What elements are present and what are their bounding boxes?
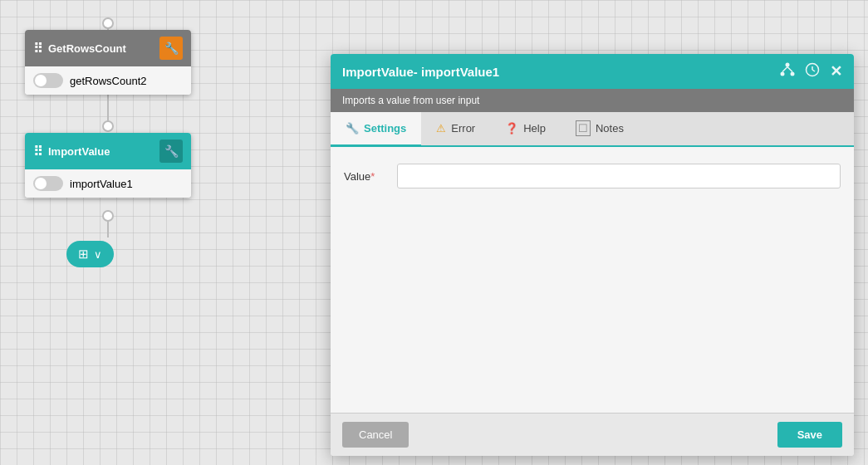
- getrows-settings-button[interactable]: 🔧: [159, 37, 183, 60]
- required-asterisk: *: [370, 170, 375, 183]
- action-chevron: ∨: [94, 248, 102, 261]
- tab-help[interactable]: ❓ Help: [490, 112, 561, 147]
- dialog-tabs: 🔧 Settings ⚠ Error ❓ Help ☐ Notes: [331, 112, 854, 147]
- importvalue-body: importValue1: [25, 169, 191, 198]
- getrows-header: ⠿ GetRowsCount 🔧: [25, 30, 191, 66]
- help-tab-label: Help: [523, 122, 546, 135]
- action-button[interactable]: ⊞ ∨: [66, 241, 114, 267]
- cancel-button[interactable]: Cancel: [342, 422, 409, 448]
- tab-notes[interactable]: ☐ Notes: [561, 112, 639, 147]
- importvalue-settings-button[interactable]: 🔧: [159, 140, 183, 163]
- error-tab-label: Error: [451, 122, 475, 135]
- importvalue-value: importValue1: [70, 178, 133, 190]
- importvalue-toggle[interactable]: [33, 176, 63, 191]
- node-getrowscount[interactable]: ⠿ GetRowsCount 🔧 getRowsCount2: [25, 30, 191, 95]
- node-importvalue[interactable]: ⠿ ImportValue 🔧 importValue1: [25, 133, 191, 198]
- getrows-body: getRowsCount2: [25, 66, 191, 95]
- action-grid-icon: ⊞: [78, 247, 89, 262]
- dialog-footer: Cancel Save: [331, 413, 854, 456]
- dialog-title: ImportValue- importValue1: [342, 65, 499, 79]
- svg-point-7: [791, 72, 795, 76]
- dialog-header-icons: ✕: [780, 62, 842, 81]
- dialog-subtitle: Imports a value from user input: [331, 89, 854, 112]
- importvalue-header-left: ⠿ ImportValue: [33, 144, 110, 159]
- svg-line-12: [812, 70, 815, 71]
- dialog-content: Value*: [331, 147, 854, 413]
- canvas: ⠿ GetRowsCount 🔧 getRowsCount2 ⠿ ImportV…: [0, 0, 868, 465]
- svg-point-3: [103, 211, 113, 221]
- settings-tab-icon: 🔧: [346, 122, 359, 135]
- notes-tab-label: Notes: [596, 122, 624, 135]
- save-button[interactable]: Save: [777, 422, 842, 448]
- error-tab-icon: ⚠: [436, 122, 446, 135]
- tab-error[interactable]: ⚠ Error: [421, 112, 490, 147]
- svg-point-6: [781, 72, 785, 76]
- svg-point-2: [103, 121, 113, 131]
- getrows-title: GetRowsCount: [48, 42, 126, 55]
- value-input[interactable]: [397, 164, 841, 188]
- close-icon[interactable]: ✕: [830, 62, 842, 81]
- svg-line-9: [787, 67, 792, 72]
- help-tab-icon: ❓: [505, 122, 518, 135]
- getrows-value: getRowsCount2: [70, 75, 147, 87]
- dialog-header: ImportValue- importValue1: [331, 54, 854, 89]
- dialog-subtitle-text: Imports a value from user input: [342, 95, 479, 106]
- getrows-toggle[interactable]: [33, 73, 63, 88]
- hierarchy-icon[interactable]: [780, 62, 795, 81]
- value-form-row: Value*: [344, 164, 841, 188]
- settings-tab-label: Settings: [364, 122, 406, 135]
- importvalue-header: ⠿ ImportValue 🔧: [25, 133, 191, 169]
- tab-settings[interactable]: 🔧 Settings: [331, 112, 421, 147]
- svg-point-5: [786, 63, 790, 67]
- importvalue-title: ImportValue: [48, 145, 110, 158]
- svg-point-0: [103, 18, 113, 28]
- svg-line-8: [782, 67, 787, 72]
- clock-icon[interactable]: [805, 62, 820, 81]
- importvalue-drag-handle[interactable]: ⠿: [33, 144, 43, 159]
- getrows-drag-handle[interactable]: ⠿: [33, 41, 43, 56]
- dialog-panel: ImportValue- importValue1: [331, 54, 854, 456]
- notes-tab-icon: ☐: [576, 120, 591, 136]
- getrows-header-left: ⠿ GetRowsCount: [33, 41, 126, 56]
- value-label: Value*: [344, 170, 385, 183]
